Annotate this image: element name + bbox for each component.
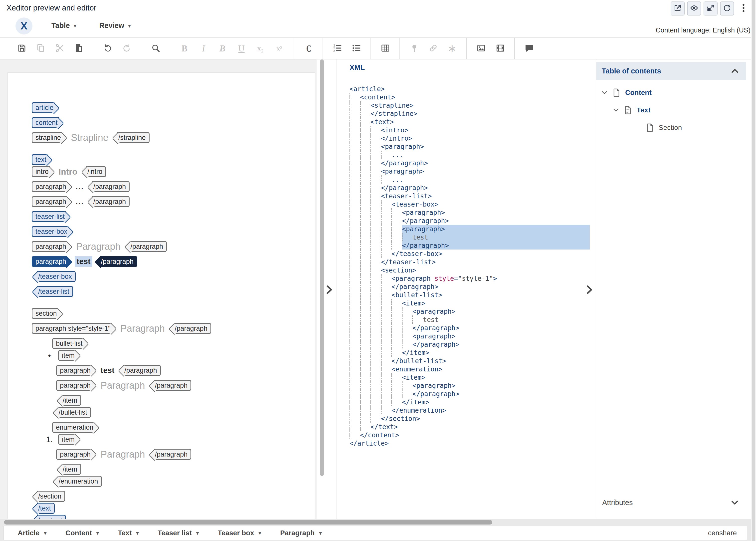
- placeholder-text[interactable]: Strapline: [69, 132, 110, 143]
- comment-button[interactable]: [523, 41, 535, 56]
- pill-paragraph[interactable]: paragraph style="style-1": [32, 323, 112, 334]
- path-content[interactable]: Content▾: [65, 529, 99, 537]
- subscript-button[interactable]: x₂: [255, 41, 266, 56]
- pill-section[interactable]: section: [32, 308, 58, 319]
- open-in-new-button[interactable]: [670, 1, 684, 15]
- pill-strapline[interactable]: /strapline: [117, 132, 149, 143]
- placeholder-text[interactable]: Paragraph: [99, 380, 146, 391]
- expand-attributes-chevron-down-icon[interactable]: [730, 498, 739, 507]
- placeholder-text[interactable]: Intro: [57, 167, 79, 177]
- unordered-list-button[interactable]: [351, 41, 362, 56]
- bold-button[interactable]: B: [179, 41, 190, 56]
- placeholder-text[interactable]: Paragraph: [119, 323, 166, 334]
- pill-bullet-list[interactable]: /bullet-list: [58, 407, 91, 418]
- placeholder-text[interactable]: Paragraph: [99, 449, 146, 460]
- document-page[interactable]: articlecontentstraplineStrapline/strapli…: [7, 72, 315, 519]
- pill-paragraph[interactable]: /paragraph: [174, 323, 211, 334]
- ordered-list-button[interactable]: 123: [332, 41, 343, 56]
- pin-button[interactable]: [408, 41, 420, 56]
- pill-content[interactable]: content: [32, 117, 59, 128]
- pill-text[interactable]: /text: [37, 503, 55, 514]
- pill-paragraph[interactable]: /paragraph: [93, 196, 130, 207]
- redo-button[interactable]: [121, 41, 132, 56]
- pill-article[interactable]: article: [32, 102, 55, 113]
- window-scrollbar[interactable]: [751, 0, 756, 541]
- collapse-toc-chevron-up-icon[interactable]: [730, 67, 739, 75]
- paste-button[interactable]: [73, 41, 85, 56]
- pill-paragraph[interactable]: paragraph: [56, 380, 92, 391]
- bold-italic-button[interactable]: B: [217, 41, 228, 56]
- path-paragraph[interactable]: Paragraph▾: [280, 529, 322, 537]
- preview-eye-button[interactable]: [687, 1, 701, 15]
- table-button[interactable]: [379, 41, 391, 56]
- pill-paragraph[interactable]: paragraph: [32, 196, 67, 207]
- path-article[interactable]: Article▾: [18, 529, 47, 537]
- chevron-down-icon[interactable]: [612, 106, 621, 115]
- film-button[interactable]: [494, 41, 506, 56]
- xml-source-panel[interactable]: XML <article><content><strapline></strap…: [337, 59, 595, 519]
- pill-paragraph[interactable]: /paragraph: [123, 365, 161, 376]
- pill-strapline[interactable]: strapline: [32, 132, 62, 143]
- text-content[interactable]: test: [75, 256, 93, 267]
- pill-enumeration[interactable]: /enumeration: [58, 476, 102, 487]
- editor-vertical-scrollbar[interactable]: [320, 59, 324, 476]
- pill-paragraph[interactable]: paragraph: [56, 449, 92, 460]
- menu-table[interactable]: Table▾: [51, 21, 77, 30]
- toc-item-content[interactable]: Content: [596, 84, 746, 101]
- toc-item-section[interactable]: Section: [596, 119, 746, 136]
- link-button[interactable]: [427, 41, 439, 56]
- image-button[interactable]: [475, 41, 487, 56]
- resize-button[interactable]: [704, 1, 718, 15]
- pill-bullet-list[interactable]: bullet-list: [52, 338, 84, 349]
- pill-paragraph[interactable]: /paragraph: [129, 241, 167, 252]
- pill-paragraph[interactable]: /paragraph: [100, 256, 137, 267]
- pill-paragraph[interactable]: paragraph: [32, 241, 67, 252]
- save-button[interactable]: [16, 41, 27, 56]
- pill-teaser-list[interactable]: teaser-list: [32, 211, 66, 222]
- pill-paragraph[interactable]: paragraph: [32, 256, 67, 267]
- refresh-button[interactable]: [720, 1, 734, 15]
- underline-button[interactable]: U: [236, 41, 247, 56]
- pill-paragraph[interactable]: /paragraph: [154, 380, 191, 391]
- pill-text[interactable]: text: [32, 154, 47, 165]
- search-button[interactable]: [150, 41, 161, 56]
- path-teaser-list[interactable]: Teaser list▾: [158, 529, 199, 537]
- pill-teaser-box[interactable]: teaser-box: [32, 226, 69, 237]
- pill-intro[interactable]: intro: [32, 166, 50, 177]
- copy-button[interactable]: [35, 41, 47, 56]
- pill-teaser-list[interactable]: /teaser-list: [37, 286, 73, 297]
- more-options-button[interactable]: [738, 3, 749, 14]
- special-char-button[interactable]: ∗: [446, 41, 458, 56]
- pill-teaser-box[interactable]: /teaser-box: [37, 271, 76, 282]
- italic-button[interactable]: I: [198, 41, 209, 56]
- cut-button[interactable]: [54, 41, 65, 56]
- path-text[interactable]: Text▾: [118, 529, 139, 537]
- placeholder-text[interactable]: Paragraph: [75, 241, 122, 252]
- pill-paragraph[interactable]: paragraph: [56, 365, 92, 376]
- pill-paragraph[interactable]: paragraph: [32, 181, 67, 192]
- text-content[interactable]: test: [99, 366, 116, 375]
- superscript-button[interactable]: x²: [274, 41, 285, 56]
- pill-paragraph[interactable]: /paragraph: [93, 181, 130, 192]
- path-teaser-box[interactable]: Teaser box▾: [218, 529, 261, 537]
- horizontal-scrollbar[interactable]: [4, 520, 492, 525]
- pill-paragraph[interactable]: /paragraph: [154, 449, 191, 460]
- pill-item[interactable]: item: [58, 434, 76, 445]
- collapse-editor-chevron-icon[interactable]: [324, 285, 334, 296]
- chevron-down-icon[interactable]: [601, 88, 610, 97]
- pill-enumeration[interactable]: enumeration: [52, 422, 95, 433]
- censhare-link[interactable]: censhare: [708, 529, 737, 537]
- pill-intro[interactable]: /intro: [87, 166, 106, 177]
- menu-review[interactable]: Review▾: [99, 21, 131, 30]
- pill-section[interactable]: /section: [37, 491, 65, 502]
- toc-item-text[interactable]: Text: [596, 101, 746, 119]
- pill-item[interactable]: item: [58, 350, 76, 361]
- undo-button[interactable]: [102, 41, 113, 56]
- collapse-xml-chevron-icon[interactable]: [584, 285, 594, 296]
- attributes-section[interactable]: Attributes: [596, 495, 746, 511]
- pill-item[interactable]: /item: [62, 395, 81, 406]
- indent-guide: [350, 324, 360, 332]
- euro-button[interactable]: €: [303, 41, 314, 56]
- pill-content[interactable]: /content: [37, 515, 66, 519]
- pill-item[interactable]: /item: [62, 464, 81, 475]
